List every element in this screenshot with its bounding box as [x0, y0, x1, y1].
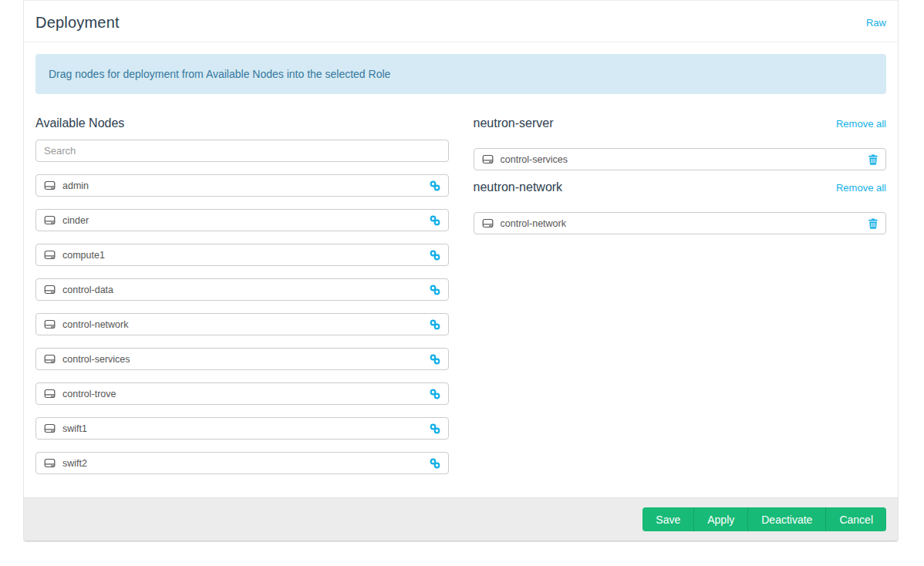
- columns: Available Nodes admin: [35, 116, 886, 474]
- node-label: compute1: [62, 250, 430, 261]
- trash-icon[interactable]: [868, 218, 878, 229]
- remove-all-link[interactable]: Remove all: [836, 182, 886, 194]
- hdd-icon: [44, 250, 56, 260]
- hdd-icon: [44, 215, 56, 225]
- node-label: admin: [62, 180, 430, 191]
- roles-column: neutron-server Remove all control-servic…: [474, 116, 887, 474]
- available-node-item[interactable]: swift1: [35, 417, 449, 440]
- node-label: cinder: [62, 215, 430, 226]
- panel-heading: Deployment Raw: [24, 1, 898, 42]
- node-label: control-network: [62, 319, 430, 330]
- available-nodes-column: Available Nodes admin: [35, 116, 449, 474]
- available-node-item[interactable]: control-trove: [35, 382, 449, 405]
- search-input[interactable]: [35, 140, 449, 162]
- available-nodes-list: admin cinder: [35, 174, 449, 474]
- hdd-icon: [44, 423, 56, 433]
- hdd-icon: [44, 458, 56, 468]
- node-label: control-data: [62, 285, 430, 295]
- hdd-icon: [44, 389, 56, 399]
- available-node-item[interactable]: cinder: [35, 209, 449, 231]
- link-icon[interactable]: [430, 423, 440, 434]
- link-icon[interactable]: [430, 354, 440, 365]
- drag-info-banner: Drag nodes for deployment from Available…: [35, 54, 886, 94]
- available-node-item[interactable]: compute1: [35, 244, 449, 266]
- node-label: swift1: [62, 423, 430, 434]
- role-header: neutron-network Remove all: [474, 180, 887, 204]
- page-title: Deployment: [35, 14, 120, 32]
- cancel-button[interactable]: Cancel: [826, 507, 886, 531]
- hdd-icon: [482, 218, 494, 228]
- available-node-item[interactable]: control-data: [35, 278, 449, 301]
- link-icon[interactable]: [430, 458, 440, 469]
- node-label: control-services: [62, 354, 430, 365]
- deactivate-button[interactable]: Deactivate: [748, 507, 826, 531]
- node-label: control-trove: [62, 389, 430, 399]
- panel-footer: SaveApplyDeactivateCancel: [24, 497, 898, 541]
- hdd-icon: [482, 154, 494, 164]
- link-icon[interactable]: [430, 250, 440, 261]
- link-icon[interactable]: [430, 389, 440, 399]
- panel-body: Drag nodes for deployment from Available…: [24, 42, 898, 497]
- link-icon[interactable]: [430, 319, 440, 330]
- link-icon[interactable]: [430, 180, 440, 191]
- available-node-item[interactable]: admin: [35, 174, 449, 197]
- trash-icon[interactable]: [868, 154, 878, 165]
- role-node-list: control-network: [474, 212, 887, 234]
- link-icon[interactable]: [430, 215, 440, 226]
- deployment-panel: Deployment Raw Drag nodes for deployment…: [23, 0, 899, 542]
- available-node-item[interactable]: swift2: [35, 452, 449, 474]
- role-header: neutron-server Remove all: [474, 116, 887, 140]
- role-node-item[interactable]: control-services: [474, 148, 887, 170]
- role-section: neutron-server Remove all control-servic…: [474, 116, 887, 170]
- node-label: swift2: [62, 458, 430, 469]
- hdd-icon: [44, 180, 56, 190]
- role-name: neutron-server: [474, 116, 554, 131]
- role-name: neutron-network: [474, 180, 563, 195]
- footer-button-group: SaveApplyDeactivateCancel: [642, 507, 886, 531]
- available-nodes-heading: Available Nodes: [35, 116, 449, 131]
- available-node-item[interactable]: control-network: [35, 313, 449, 335]
- remove-all-link[interactable]: Remove all: [836, 118, 886, 130]
- available-node-item[interactable]: control-services: [35, 348, 449, 370]
- node-label: control-network: [501, 218, 869, 229]
- link-icon[interactable]: [430, 285, 440, 295]
- role-node-item[interactable]: control-network: [474, 212, 887, 234]
- hdd-icon: [44, 354, 56, 364]
- hdd-icon: [44, 285, 56, 295]
- node-label: control-services: [501, 154, 869, 165]
- hdd-icon: [44, 319, 56, 329]
- role-node-list: control-services: [474, 148, 887, 170]
- save-button[interactable]: Save: [642, 507, 694, 531]
- raw-link[interactable]: Raw: [866, 17, 886, 29]
- apply-button[interactable]: Apply: [694, 507, 748, 531]
- role-section: neutron-network Remove all control-netwo…: [474, 180, 887, 234]
